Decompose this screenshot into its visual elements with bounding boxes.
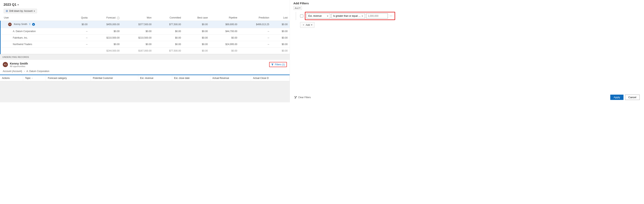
chevron-down-icon: ▾ [34,10,35,12]
drill-down-pill[interactable]: Drill down by: Account ▾ [4,9,37,13]
apply-button[interactable]: Apply [610,95,624,100]
crumb-current: A. Datum Corporation [26,70,49,73]
more-options-icon[interactable]: ⋯ [389,14,394,17]
avatar: KS [3,62,8,67]
period-label: 2023 Q1 [4,3,16,7]
clear-filters-button[interactable]: Clear Filters [294,96,311,99]
col-forecast-category[interactable]: Forecast category [46,75,91,81]
cancel-button[interactable]: Cancel [625,95,640,100]
plus-icon: ＋ [302,23,305,26]
col-pipeline[interactable]: Pipeline [210,15,240,21]
svg-point-1 [6,11,8,12]
info-icon[interactable]: i [117,17,120,19]
filter-operator-select[interactable]: Is greater than or equal … [332,13,365,18]
col-topic[interactable]: Topic ↑ [23,75,46,81]
col-user[interactable]: User [0,15,70,21]
underlying-subtitle: All opportunities [10,65,28,68]
filter-row: Est. revenue Is greater than or equal … … [305,12,395,20]
col-forecast[interactable]: Forecast i [90,15,122,21]
add-filters-title: Add Filters [294,1,640,5]
filters-button[interactable]: Filters (1) [269,62,287,67]
col-won[interactable]: Won [122,15,154,21]
col-bestcase[interactable]: Best case [183,15,210,21]
crumb-account[interactable]: Account (Account) [3,70,22,73]
col-prediction[interactable]: Prediction [239,15,271,21]
logic-operator-dropdown[interactable]: And ▾ [294,6,302,10]
col-actions[interactable]: Actions [0,75,23,81]
chevron-down-icon: ▾ [18,3,19,6]
chevron-down-icon: ▾ [311,24,312,26]
sort-asc-icon: ↑ [32,77,32,79]
col-est-close-date[interactable]: Est. close date [172,75,210,81]
col-lost[interactable]: Lost [271,15,290,21]
avatar: KS [8,23,12,26]
drill-down-label: Drill down by: Account [9,10,32,12]
table-row[interactable]: Fabrikam, Inc. -- $210,500.00 $210,500.0… [0,34,290,41]
underlying-records-bar: UNDERLYING RECORDS [0,54,290,60]
col-potential-customer[interactable]: Potential Customer [91,75,138,81]
col-quota[interactable]: Quota [70,15,90,21]
share-icon[interactable]: ⇪ [29,23,31,26]
up-indicator-icon: ▲ [32,23,35,26]
underlying-user-name: Kenny Smith [10,62,28,65]
filter-value-input[interactable] [366,13,388,18]
add-filter-button[interactable]: ＋ Add ▾ [300,22,314,28]
col-actual-revenue[interactable]: Actual Revenue [210,75,251,81]
breadcrumb: Account (Account) › A. Datum Corporation [0,69,290,75]
table-row[interactable]: A. Datum Corporation -- $0.00 $0.00 $0.0… [0,28,290,34]
table-row[interactable]: $244,500.00 $167,000.00 $77,500.00 $0.00… [0,47,290,54]
svg-point-0 [6,10,8,12]
row-name: Kenny Smith [14,23,27,26]
target-icon [6,10,8,12]
filter-field-select[interactable]: Est. revenue [306,13,330,18]
col-committed[interactable]: Committed [154,15,183,21]
funnel-icon [271,63,274,66]
chevron-down-icon: ▾ [299,7,300,9]
clear-filter-icon [294,96,297,99]
table-row[interactable]: KS Kenny Smith ⇪ ▲ $0.00 $455,000.00 $37… [0,21,290,28]
col-est-revenue[interactable]: Est. revenue [138,75,172,81]
svg-line-2 [294,96,296,98]
col-actual-close-date[interactable]: Actual Close D [251,75,290,81]
filters-label: Filters (1) [275,63,285,66]
forecast-table: User Quota Forecast i Won Committed Best… [0,15,290,54]
table-row[interactable]: Northwind Traders -- $0.00 $0.00 $0.00 $… [0,41,290,47]
chevron-right-icon: › [24,70,25,73]
filter-row-checkbox[interactable] [300,14,303,17]
period-selector[interactable]: 2023 Q1 ▾ [0,0,290,8]
opportunities-table: Actions Topic ↑ Forecast category Potent… [0,75,290,81]
